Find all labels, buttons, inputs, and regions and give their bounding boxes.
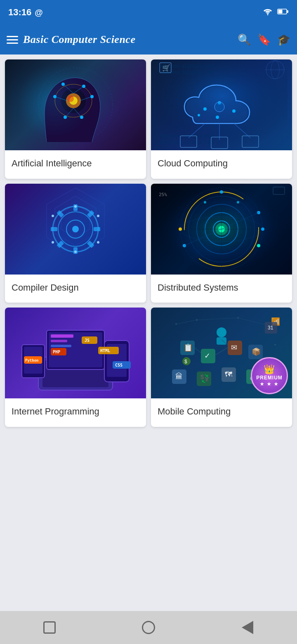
- svg-point-45: [214, 102, 224, 112]
- svg-line-16: [73, 108, 82, 117]
- app-bar-icons: 🔍 🔖 🎓: [238, 33, 290, 46]
- svg-point-23: [67, 95, 74, 102]
- svg-text:25%: 25%: [159, 192, 167, 197]
- svg-line-132: [195, 348, 201, 353]
- svg-point-64: [74, 251, 77, 253]
- bookmark-icon[interactable]: 🔖: [257, 33, 271, 46]
- square-icon: [43, 621, 56, 634]
- svg-rect-59: [51, 227, 57, 231]
- card-compiler-design[interactable]: Compiler Design: [5, 184, 146, 303]
- app-title: Basic Computer Science: [23, 33, 135, 46]
- svg-line-15: [65, 108, 73, 117]
- svg-line-133: [215, 348, 228, 355]
- card-artificial-intelligence[interactable]: Artificial Intelligence: [5, 59, 146, 179]
- svg-point-10: [69, 97, 78, 105]
- recent-apps-button[interactable]: [39, 617, 60, 638]
- svg-point-18: [82, 85, 85, 88]
- ai-image: [5, 59, 146, 150]
- svg-text:📋: 📋: [184, 343, 193, 352]
- svg-point-37: [216, 116, 219, 119]
- svg-text:🛒: 🛒: [162, 64, 170, 72]
- distributed-image: 25%: [151, 184, 292, 275]
- battery-icon: [277, 8, 289, 17]
- svg-line-119: [197, 318, 238, 320]
- svg-point-121: [217, 327, 226, 337]
- svg-point-61: [74, 205, 77, 208]
- svg-text:✉: ✉: [231, 343, 237, 352]
- svg-point-7: [55, 84, 92, 117]
- svg-text:✓: ✓: [204, 352, 210, 360]
- wifi-icon: [262, 7, 273, 18]
- search-icon[interactable]: 🔍: [238, 33, 251, 46]
- card-internet-programming[interactable]: JS HTML CSS Python PHP Internet Programm…: [5, 308, 146, 427]
- svg-point-88: [237, 201, 239, 204]
- compiler-card-label: Compiler Design: [5, 275, 146, 303]
- svg-point-62: [97, 215, 99, 217]
- svg-line-13: [55, 97, 67, 101]
- status-left: 13:16 @: [8, 7, 43, 18]
- svg-point-0: [267, 14, 269, 15]
- svg-text:01010100 10110010 1001: 01010100 10110010 1001: [160, 140, 214, 145]
- menu-icon[interactable]: [7, 36, 18, 44]
- svg-point-66: [52, 215, 54, 217]
- svg-text:📦: 📦: [252, 347, 261, 356]
- compiler-image: [5, 184, 146, 275]
- svg-text:HTML: HTML: [100, 348, 110, 353]
- cloud-image: 01001000 01100101 0100 11001011 00110101…: [151, 59, 292, 150]
- distributed-card-label: Distributed Systems: [151, 275, 292, 303]
- premium-stars: ★ ★ ★: [260, 381, 279, 387]
- bottom-navigation: [0, 611, 297, 644]
- circle-icon: [142, 621, 155, 634]
- back-button[interactable]: [237, 617, 258, 638]
- svg-line-14: [80, 97, 92, 101]
- card-mobile-computing[interactable]: 📶 📋 ✓ ✉ 📦 🏛 💱 🗺: [151, 308, 292, 427]
- svg-point-34: [203, 107, 207, 111]
- svg-point-85: [257, 244, 260, 247]
- svg-point-52: [72, 226, 79, 232]
- triangle-icon: [242, 621, 253, 634]
- svg-text:PHP: PHP: [53, 350, 60, 354]
- svg-point-22: [80, 116, 83, 119]
- svg-text:🗺: 🗺: [225, 370, 232, 379]
- svg-point-8: [61, 88, 86, 113]
- svg-point-89: [204, 201, 206, 204]
- svg-point-19: [53, 95, 57, 98]
- svg-rect-2: [287, 10, 288, 13]
- svg-point-17: [61, 83, 65, 86]
- mobile-card-label: Mobile Computing: [151, 398, 292, 427]
- card-distributed-systems[interactable]: 25% Distributed Systems: [151, 184, 292, 303]
- svg-text:JS: JS: [85, 338, 90, 343]
- svg-point-84: [261, 227, 264, 231]
- svg-rect-96: [51, 334, 73, 338]
- app-bar-left: Basic Computer Science: [7, 33, 135, 46]
- svg-line-12: [73, 86, 84, 93]
- home-button[interactable]: [138, 617, 159, 638]
- svg-line-118: [176, 320, 197, 324]
- svg-point-65: [52, 241, 54, 244]
- premium-text: PREMIUM: [256, 375, 283, 381]
- at-icon: @: [35, 8, 43, 17]
- card-cloud-computing[interactable]: 01001000 01100101 0100 11001011 00110101…: [151, 59, 292, 179]
- svg-text:CSS: CSS: [115, 363, 123, 367]
- svg-point-21: [64, 116, 67, 119]
- svg-rect-97: [51, 340, 67, 342]
- graduation-hat-icon[interactable]: 🎓: [277, 33, 290, 46]
- svg-text:Python: Python: [25, 358, 39, 362]
- cards-grid: Artificial Intelligence 01001000 0110010…: [0, 54, 297, 432]
- premium-badge: 👑 PREMIUM ★ ★ ★: [251, 357, 288, 394]
- internet-card-label: Internet Programming: [5, 398, 146, 427]
- svg-text:💱: 💱: [200, 374, 210, 383]
- app-bar: Basic Computer Science 🔍 🔖 🎓: [0, 25, 297, 54]
- svg-point-36: [232, 109, 236, 113]
- svg-rect-122: [217, 337, 226, 345]
- svg-point-87: [179, 227, 182, 231]
- svg-text:31: 31: [268, 325, 273, 331]
- svg-rect-98: [51, 345, 71, 347]
- cloud-card-label: Cloud Computing: [151, 150, 292, 179]
- svg-line-11: [63, 84, 73, 93]
- svg-rect-3: [278, 9, 283, 13]
- premium-crown: 👑: [264, 365, 275, 374]
- time-display: 13:16: [8, 7, 31, 18]
- status-right: [262, 7, 289, 18]
- svg-point-9: [66, 93, 81, 108]
